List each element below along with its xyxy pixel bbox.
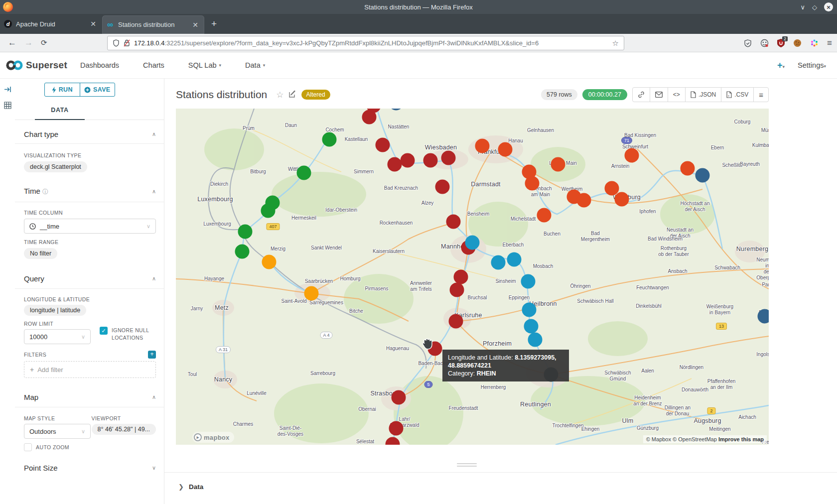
forward-button[interactable]: → (24, 38, 33, 48)
scatter-point[interactable] (522, 303, 537, 317)
copy-link-button[interactable] (633, 88, 650, 102)
map-style-select[interactable]: Outdoors∨ (24, 424, 91, 439)
scatter-point[interactable] (625, 148, 639, 163)
scatter-point[interactable] (551, 157, 565, 172)
scatter-point[interactable] (465, 236, 480, 250)
time-column-select[interactable]: __time ∨ (24, 219, 156, 234)
mask-icon[interactable] (760, 39, 769, 47)
resize-handle[interactable] (164, 461, 769, 468)
export-csv-button[interactable]: x.CSV (721, 88, 754, 102)
email-button[interactable] (650, 88, 668, 102)
scatter-point[interactable] (435, 180, 450, 194)
bookmark-star-icon[interactable]: ☆ (612, 39, 619, 48)
viewport-value[interactable]: 8° 46' 45.28" | 49... (92, 424, 156, 435)
section-time[interactable]: Time ⓘ ∧ (24, 187, 156, 196)
scatter-point[interactable] (322, 132, 337, 147)
add-new-button[interactable]: +▾ (777, 60, 785, 71)
back-button[interactable]: ← (8, 38, 16, 48)
scatter-point[interactable] (491, 255, 506, 270)
deckgl-scatterplot-map[interactable]: PrümDaunCochemKastellaunNastättenWiesbad… (176, 109, 769, 445)
scatter-point[interactable] (261, 204, 276, 218)
embed-code-button[interactable]: <> (668, 88, 686, 102)
scatter-point[interactable] (454, 270, 468, 284)
scatter-point[interactable] (450, 283, 464, 297)
nav-data[interactable]: Data▾ (245, 61, 265, 69)
tab-apache-druid[interactable]: d Apache Druid ✕ (0, 14, 102, 34)
reload-button[interactable]: ⟳ (41, 38, 47, 47)
tab-data[interactable]: DATA (35, 104, 85, 114)
scatter-point[interactable] (262, 255, 277, 269)
settings-menu[interactable]: Settings▾ (798, 61, 826, 69)
favorite-star-icon[interactable]: ☆ (276, 90, 283, 100)
lock-insecure-icon[interactable] (124, 39, 130, 47)
export-json-button[interactable]: .JSON (686, 88, 721, 102)
new-tab-button[interactable]: + (204, 14, 224, 34)
scatter-point[interactable] (401, 153, 415, 168)
scatter-point[interactable] (388, 157, 402, 172)
scatter-point[interactable] (235, 245, 250, 259)
scatter-point[interactable] (498, 142, 513, 157)
close-icon[interactable]: × (824, 2, 833, 11)
data-section-label[interactable]: Data (189, 483, 203, 491)
add-filter-plus-button[interactable]: + (148, 351, 156, 359)
menu-icon[interactable]: ≡ (827, 38, 832, 48)
scatter-point[interactable] (449, 314, 463, 329)
more-options-icon[interactable]: ≡ (754, 88, 768, 102)
container-pinwheel-icon[interactable] (810, 39, 819, 47)
scatter-point[interactable] (238, 225, 253, 239)
save-button[interactable]: SAVE (80, 83, 115, 96)
cookie-icon[interactable] (793, 39, 802, 47)
scatter-point[interactable] (441, 151, 456, 165)
nav-dashboards[interactable]: Dashboards (80, 61, 119, 69)
shield-icon[interactable] (113, 39, 120, 47)
scatter-point[interactable] (525, 176, 540, 191)
scatter-point[interactable] (297, 166, 311, 180)
scatter-point[interactable] (528, 333, 543, 347)
collapse-panel-icon[interactable] (4, 86, 15, 95)
add-filter-box[interactable]: + Add filter (24, 361, 156, 378)
scatter-point[interactable] (524, 319, 539, 334)
ublock-icon[interactable]: 2 (777, 39, 785, 47)
scatter-point[interactable] (577, 193, 591, 208)
datasource-grid-icon[interactable] (4, 102, 15, 111)
scatter-point[interactable] (475, 139, 490, 153)
scatter-point[interactable] (376, 138, 390, 152)
section-query[interactable]: Query∧ (24, 274, 156, 283)
pocket-shield-icon[interactable] (744, 39, 752, 47)
url-bar[interactable]: 172.18.0.4:32251/superset/explore/?form_… (107, 36, 624, 50)
maximize-icon[interactable]: ◇ (812, 3, 817, 11)
scatter-point[interactable] (537, 208, 552, 223)
nav-sql-lab[interactable]: SQL Lab▾ (188, 61, 221, 69)
nav-charts[interactable]: Charts (143, 61, 164, 69)
row-limit-select[interactable]: 10000∨ (24, 329, 91, 344)
mapbox-logo[interactable]: ▸ mapbox (192, 432, 234, 443)
scatter-point[interactable] (615, 192, 629, 207)
tab-stations-distribution[interactable]: ∞ Stations distribution ✕ (102, 15, 204, 34)
scatter-point[interactable] (304, 286, 319, 301)
ignore-null-checkbox[interactable]: ✓ IGNORE NULL LOCATIONS (100, 327, 156, 342)
scatter-point[interactable] (521, 274, 536, 289)
scatter-point[interactable] (507, 252, 522, 267)
time-range-value[interactable]: No filter (24, 248, 57, 259)
section-map[interactable]: Map∧ (24, 393, 156, 401)
scatter-point[interactable] (681, 161, 695, 176)
superset-logo[interactable]: Superset (6, 59, 67, 71)
lonlat-value[interactable]: longitude | latitude (24, 305, 86, 316)
tab-close-icon[interactable]: ✕ (88, 20, 98, 28)
improve-map-link[interactable]: Improve this map (718, 436, 764, 442)
scatter-point[interactable] (389, 421, 404, 436)
scatter-point[interactable] (392, 390, 406, 405)
scatter-point[interactable] (446, 215, 461, 229)
section-point-size[interactable]: Point Size∨ (24, 464, 156, 472)
minimize-icon[interactable]: ∨ (800, 3, 805, 11)
chevron-right-icon[interactable]: ❯ (178, 483, 184, 491)
scatter-point[interactable] (758, 309, 769, 324)
scatter-point[interactable] (362, 110, 377, 125)
auto-zoom-checkbox[interactable]: AUTO ZOOM (24, 443, 156, 451)
section-chart-type[interactable]: Chart type∧ (24, 130, 156, 138)
scatter-point[interactable] (423, 153, 438, 168)
viz-type-value[interactable]: deck.gl Scatterplot (24, 161, 87, 172)
edit-properties-icon[interactable] (289, 90, 296, 100)
scatter-point[interactable] (696, 168, 710, 183)
tab-close-icon[interactable]: ✕ (190, 21, 200, 29)
